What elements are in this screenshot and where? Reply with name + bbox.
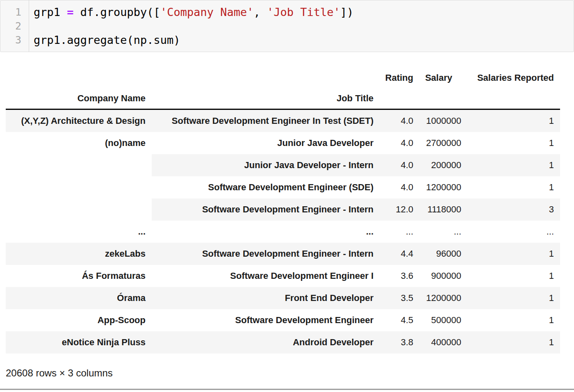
table-row: ÓramaFront End Developer3.512000001	[6, 287, 560, 309]
code-token-str: 'Job Title'	[267, 6, 340, 18]
line-number-gutter: 123	[0, 0, 29, 52]
rating-cell: 4.0	[380, 154, 419, 176]
dataframe-output: Rating Salary Salaries Reported Company …	[6, 68, 560, 353]
rating-cell: 4.5	[380, 309, 419, 331]
code-token-plain: grp1.aggregate(np.sum)	[34, 34, 180, 46]
salary-cell: 500000	[419, 309, 467, 331]
reported-cell: 1	[467, 109, 560, 132]
table-row: zekeLabsSoftware Development Engineer - …	[6, 243, 560, 265]
salary-cell: 2700000	[419, 132, 467, 154]
next-cell-border	[0, 389, 574, 390]
code-line: grp1.aggregate(np.sum)	[34, 33, 574, 47]
job-title-cell: Android Developer	[152, 331, 380, 353]
reported-cell: 3	[467, 198, 560, 221]
code-token-plain: ,	[253, 6, 267, 18]
table-body: (X,Y,Z) Architecture & DesignSoftware De…	[6, 109, 560, 354]
reported-cell: 1	[467, 287, 560, 309]
line-number: 1	[0, 5, 21, 19]
job-title-cell: Software Development Engineer In Test (S…	[152, 109, 380, 132]
reported-cell: 1	[467, 265, 560, 287]
reported-cell: 1	[467, 331, 560, 353]
company-cell: ...	[6, 221, 152, 243]
salary-cell: 1118000	[419, 198, 467, 221]
column-header-salary: Salary	[419, 68, 467, 88]
salary-cell: 96000	[419, 243, 467, 265]
index-name-blank	[419, 88, 467, 109]
column-header-rating: Rating	[380, 68, 419, 88]
table-row: ...............	[6, 221, 560, 243]
index-name-row: Company Name Job Title	[6, 88, 560, 109]
dataframe-table: Rating Salary Salaries Reported Company …	[6, 68, 560, 353]
table-row: App-ScoopSoftware Development Engineer4.…	[6, 309, 560, 331]
index-name-blank	[380, 88, 419, 109]
company-cell: (no)name	[6, 132, 152, 221]
job-title-cell: Software Development Engineer	[152, 309, 380, 331]
dataframe-dimensions: 20608 rows × 3 columns	[6, 367, 113, 379]
code-token-op: =	[67, 6, 73, 18]
column-header-blank	[152, 68, 380, 88]
table-row: Ás FormaturasSoftware Development Engine…	[6, 265, 560, 287]
job-title-cell: Software Development Engineer I	[152, 265, 380, 287]
code-cell[interactable]: 123 grp1 = df.groupby(['Company Name', '…	[0, 0, 574, 52]
code-line	[34, 19, 574, 33]
reported-cell: 1	[467, 243, 560, 265]
company-cell: (X,Y,Z) Architecture & Design	[6, 109, 152, 132]
reported-cell: ...	[467, 221, 560, 243]
code-token-str: 'Company Name'	[160, 6, 254, 18]
salary-cell: 400000	[419, 331, 467, 353]
index-name-blank	[467, 88, 560, 109]
company-cell: eNotice Ninja Pluss	[6, 331, 152, 353]
salary-cell: 1200000	[419, 176, 467, 198]
rating-cell: 12.0	[380, 198, 419, 221]
salary-cell: 1000000	[419, 109, 467, 132]
rating-cell: 3.6	[380, 265, 419, 287]
rating-cell: 4.4	[380, 243, 419, 265]
column-header-salaries-reported: Salaries Reported	[467, 68, 560, 88]
index-name-job-title: Job Title	[152, 88, 380, 109]
company-cell: App-Scoop	[6, 309, 152, 331]
company-cell: Ás Formaturas	[6, 265, 152, 287]
job-title-cell: ...	[152, 221, 380, 243]
salary-cell: 900000	[419, 265, 467, 287]
rating-cell: 3.8	[380, 331, 419, 353]
reported-cell: 1	[467, 132, 560, 154]
rating-cell: 4.0	[380, 109, 419, 132]
company-cell: Órama	[6, 287, 152, 309]
reported-cell: 1	[467, 176, 560, 198]
job-title-cell: Front End Developer	[152, 287, 380, 309]
code-editor[interactable]: grp1 = df.groupby(['Company Name', 'Job …	[29, 0, 574, 52]
job-title-cell: Software Development Engineer (SDE)	[152, 176, 380, 198]
reported-cell: 1	[467, 154, 560, 176]
table-head: Rating Salary Salaries Reported Company …	[6, 68, 560, 109]
company-cell: zekeLabs	[6, 243, 152, 265]
column-header-row: Rating Salary Salaries Reported	[6, 68, 560, 88]
rating-cell: ...	[380, 221, 419, 243]
reported-cell: 1	[467, 309, 560, 331]
index-name-company: Company Name	[6, 88, 152, 109]
code-token-plain: df.groupby([	[74, 6, 160, 18]
table-row: (X,Y,Z) Architecture & DesignSoftware De…	[6, 109, 560, 132]
salary-cell: 1200000	[419, 287, 467, 309]
line-number: 3	[0, 33, 21, 47]
column-header-blank	[6, 68, 152, 88]
notebook-page: 123 grp1 = df.groupby(['Company Name', '…	[0, 0, 574, 392]
rating-cell: 4.0	[380, 176, 419, 198]
rating-cell: 3.5	[380, 287, 419, 309]
code-line: grp1 = df.groupby(['Company Name', 'Job …	[34, 5, 574, 19]
rating-cell: 4.0	[380, 132, 419, 154]
table-row: eNotice Ninja PlussAndroid Developer3.84…	[6, 331, 560, 353]
salary-cell: ...	[419, 221, 467, 243]
job-title-cell: Junior Java Developer - Intern	[152, 154, 380, 176]
code-token-plain: ])	[340, 6, 354, 18]
job-title-cell: Software Development Engineer - Intern	[152, 198, 380, 221]
line-number: 2	[0, 19, 21, 33]
job-title-cell: Junior Java Developer	[152, 132, 380, 154]
table-row: (no)nameJunior Java Developer4.027000001	[6, 132, 560, 154]
salary-cell: 200000	[419, 154, 467, 176]
job-title-cell: Software Development Engineer - Intern	[152, 243, 380, 265]
code-token-plain: grp1	[34, 6, 67, 18]
